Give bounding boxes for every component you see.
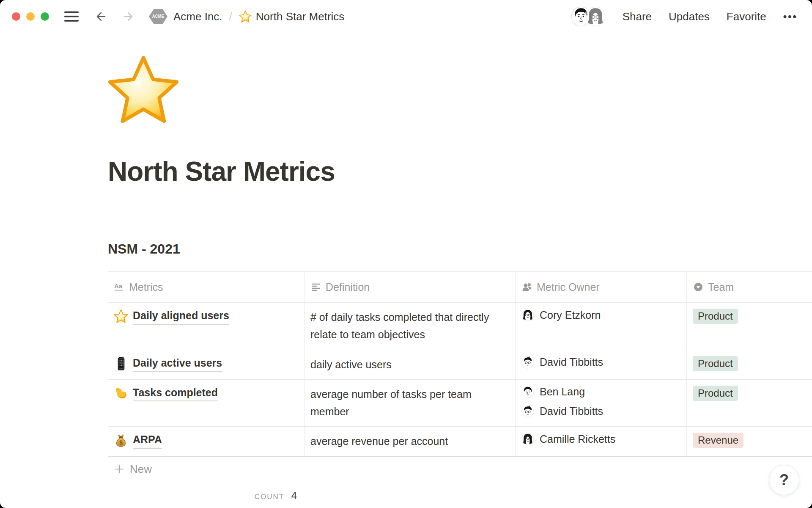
- column-header-metric-owner[interactable]: Metric Owner: [516, 272, 687, 302]
- star-emoji-icon: [114, 309, 128, 323]
- favorite-button[interactable]: Favorite: [727, 10, 766, 23]
- breadcrumb-workspace[interactable]: ACME Acme Inc.: [149, 8, 222, 25]
- svg-text:Aa: Aa: [114, 282, 123, 290]
- avatar-david-tibbitts: [521, 356, 534, 369]
- page-content: North Star Metrics NSM - 2021 Aa Metrics: [0, 33, 812, 502]
- forward-button[interactable]: [122, 9, 136, 24]
- team-cell[interactable]: Product: [687, 380, 812, 427]
- back-button[interactable]: [93, 9, 107, 24]
- metric-page-link[interactable]: Tasks completed: [108, 380, 304, 427]
- metric-owner-cell[interactable]: David Tibbitts: [516, 350, 687, 379]
- new-row-button[interactable]: New: [108, 457, 812, 482]
- column-calculation[interactable]: COUNT 4: [108, 482, 304, 502]
- collaborator-avatars[interactable]: [571, 6, 606, 27]
- arrow-left-icon: [94, 10, 107, 23]
- avatar-camille-ricketts: [521, 433, 534, 445]
- owner-chip: David Tibbitts: [521, 356, 680, 369]
- help-button[interactable]: ?: [769, 465, 799, 495]
- window-controls: [12, 12, 49, 21]
- definition-cell[interactable]: average revenue per account: [304, 427, 516, 456]
- metric-owner-cell[interactable]: Camille Ricketts: [516, 427, 687, 456]
- title-property-icon: Aa: [114, 282, 125, 293]
- breadcrumb-page-label: North Star Metrics: [256, 10, 345, 23]
- owner-chip: Camille Ricketts: [521, 433, 680, 445]
- star-emoji-icon: [239, 10, 252, 23]
- share-button[interactable]: Share: [623, 10, 652, 23]
- text-property-icon: [310, 282, 321, 293]
- count-value: 4: [291, 490, 297, 501]
- avatar-ben-lang: [521, 386, 534, 398]
- column-header-definition[interactable]: Definition: [304, 272, 516, 302]
- owner-chip: Cory Etzkorn: [521, 309, 680, 321]
- more-options-button[interactable]: •••: [783, 11, 798, 22]
- team-cell[interactable]: Product: [687, 350, 812, 379]
- definition-cell[interactable]: average number of tasks per team member: [304, 380, 516, 427]
- owner-chip: Ben Lang: [521, 386, 680, 398]
- metric-owner-cell[interactable]: Ben Lang David Tibbitts: [516, 380, 687, 427]
- select-property-icon: [693, 282, 704, 293]
- breadcrumb-workspace-label: Acme Inc.: [173, 10, 222, 23]
- acme-logo: ACME: [149, 8, 167, 25]
- team-tag: Revenue: [693, 433, 743, 448]
- team-tag: Product: [693, 386, 738, 401]
- close-window-button[interactable]: [12, 12, 20, 21]
- minimize-window-button[interactable]: [26, 12, 35, 21]
- count-label: COUNT: [255, 493, 284, 501]
- database-table: Aa Metrics Definition: [108, 271, 812, 502]
- breadcrumb: ACME Acme Inc. / North Star Metrics: [149, 8, 344, 25]
- topbar-actions: Share Updates Favorite •••: [571, 6, 798, 27]
- table-header-row: Aa Metrics Definition: [108, 271, 812, 303]
- question-mark-icon: ?: [779, 471, 789, 489]
- mobile-phone-emoji-icon: [114, 356, 128, 371]
- team-cell[interactable]: Revenue: [687, 427, 812, 456]
- section-heading[interactable]: NSM - 2021: [108, 241, 812, 257]
- page-title[interactable]: North Star Metrics: [108, 156, 812, 187]
- sidebar-toggle-menu-icon[interactable]: [64, 11, 79, 22]
- flexed-biceps-emoji-icon: [114, 386, 128, 400]
- team-tag: Product: [693, 309, 738, 324]
- table-row: Tasks completed average number of tasks …: [108, 380, 812, 427]
- definition-cell[interactable]: # of daily tasks completed that directly…: [304, 303, 516, 350]
- definition-cell[interactable]: daily active users: [304, 350, 516, 379]
- metric-page-link[interactable]: ARPA: [108, 427, 304, 456]
- zoom-window-button[interactable]: [41, 12, 49, 21]
- collaborator-avatar: [585, 6, 606, 27]
- owner-chip: David Tibbitts: [521, 405, 680, 418]
- column-header-metrics[interactable]: Aa Metrics: [108, 272, 304, 302]
- money-bag-emoji-icon: [114, 433, 128, 447]
- breadcrumb-separator: /: [229, 10, 232, 23]
- team-tag: Product: [693, 356, 738, 371]
- page-icon-star-emoji[interactable]: [108, 54, 179, 125]
- person-property-icon: [521, 282, 532, 293]
- arrow-right-icon: [123, 10, 135, 23]
- table-row: Daily active users daily active users Da…: [108, 350, 812, 380]
- table-row: Daily aligned users # of daily tasks com…: [108, 303, 812, 350]
- table-row: ARPA average revenue per account Camille…: [108, 427, 812, 456]
- metric-page-link[interactable]: Daily active users: [108, 350, 304, 379]
- column-header-team[interactable]: Team: [687, 272, 812, 302]
- updates-button[interactable]: Updates: [669, 10, 710, 23]
- title-bar: ACME Acme Inc. / North Star Metrics Shar…: [0, 0, 812, 33]
- breadcrumb-page[interactable]: North Star Metrics: [239, 10, 345, 23]
- plus-icon: [114, 464, 125, 475]
- avatar-cory-etzkorn: [521, 309, 534, 321]
- team-cell[interactable]: Product: [687, 303, 812, 350]
- metric-owner-cell[interactable]: Cory Etzkorn: [516, 303, 687, 350]
- app-window: ACME Acme Inc. / North Star Metrics Shar…: [0, 0, 812, 508]
- avatar-david-tibbitts: [521, 405, 534, 418]
- metric-page-link[interactable]: Daily aligned users: [108, 303, 304, 350]
